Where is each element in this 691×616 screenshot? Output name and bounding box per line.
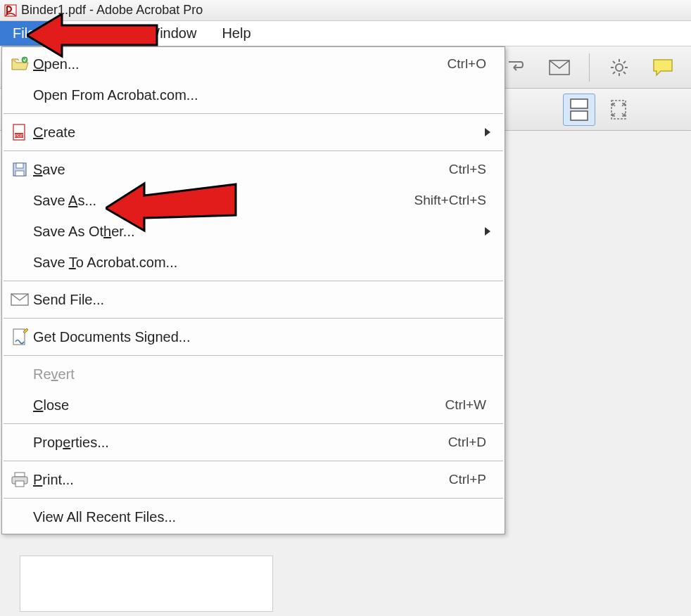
menu-separator xyxy=(4,318,503,319)
printer-icon xyxy=(6,471,33,488)
svg-rect-20 xyxy=(15,171,24,176)
menu-separator xyxy=(4,113,503,114)
titlebar: Binder1.pdf - Adobe Acrobat Pro xyxy=(0,0,691,21)
svg-line-10 xyxy=(623,61,626,63)
toolbar-separator xyxy=(589,53,590,82)
menu-save[interactable]: Save Ctrl+S xyxy=(2,154,505,185)
menu-print-shortcut: Ctrl+P xyxy=(449,472,495,487)
menu-separator xyxy=(4,355,503,356)
menu-save-as-other-label: Save As Other... xyxy=(33,224,485,240)
fit-page-icon[interactable] xyxy=(602,94,635,126)
menu-separator xyxy=(4,150,503,151)
svg-line-7 xyxy=(613,61,615,63)
menu-print[interactable]: Print... Ctrl+P xyxy=(2,464,505,495)
submenu-arrow-icon xyxy=(485,128,490,136)
svg-rect-23 xyxy=(15,473,25,477)
svg-rect-19 xyxy=(16,163,23,168)
svg-text:PDF: PDF xyxy=(15,134,23,138)
menu-create[interactable]: PDF Create xyxy=(2,117,505,148)
menu-print-label: Print... xyxy=(33,472,449,488)
menu-open-label: Open... xyxy=(33,56,448,72)
sign-document-icon xyxy=(6,328,33,346)
menu-open[interactable]: Open... Ctrl+O xyxy=(2,49,505,79)
folder-open-icon xyxy=(6,56,33,72)
document-thumbnail xyxy=(20,556,273,612)
menu-save-to-label: Save To Acrobat.com... xyxy=(33,255,495,271)
menu-save-as-shortcut: Shift+Ctrl+S xyxy=(414,193,495,208)
menu-view-partial[interactable]: ew xyxy=(91,21,134,46)
mail-icon xyxy=(6,293,33,306)
menu-get-signed[interactable]: Get Documents Signed... xyxy=(2,321,505,352)
save-disk-icon xyxy=(6,161,33,178)
app-icon xyxy=(4,4,17,17)
menu-view-recent[interactable]: View All Recent Files... xyxy=(2,501,505,532)
menu-help[interactable]: Help xyxy=(209,21,263,46)
svg-rect-12 xyxy=(571,111,588,120)
svg-rect-11 xyxy=(571,99,588,108)
menu-save-as[interactable]: Save As... Shift+Ctrl+S xyxy=(2,185,505,216)
menu-save-as-label: Save As... xyxy=(33,193,414,209)
menu-create-label: Create xyxy=(33,124,485,141)
file-menu-dropdown: Open... Ctrl+O Open From Acrobat.com... … xyxy=(1,46,505,534)
menu-revert: Revert xyxy=(2,359,505,390)
mail-icon[interactable] xyxy=(545,53,573,82)
menu-separator xyxy=(4,423,503,424)
svg-line-8 xyxy=(623,72,626,74)
menu-revert-label: Revert xyxy=(33,366,495,383)
create-pdf-icon: PDF xyxy=(6,123,33,141)
menu-get-signed-label: Get Documents Signed... xyxy=(33,329,495,345)
menu-close[interactable]: Close Ctrl+W xyxy=(2,390,505,421)
window-title: Binder1.pdf - Adobe Acrobat Pro xyxy=(21,3,203,18)
menu-separator xyxy=(4,461,503,461)
menu-send-file[interactable]: Send File... xyxy=(2,284,505,315)
menu-save-as-other[interactable]: Save As Other... xyxy=(2,216,505,247)
menu-separator xyxy=(4,281,503,281)
page-view-icon[interactable] xyxy=(563,94,595,126)
svg-line-9 xyxy=(613,72,615,74)
menu-close-label: Close xyxy=(33,397,445,413)
toolbar-unknown-icon[interactable] xyxy=(502,53,530,82)
svg-rect-25 xyxy=(15,481,24,487)
menu-save-to-acrobat[interactable]: Save To Acrobat.com... xyxy=(2,247,505,278)
menu-save-label: Save xyxy=(33,162,449,178)
menu-open-shortcut: Ctrl+O xyxy=(448,56,495,72)
menubar: File Edit ew Window Help xyxy=(0,21,691,46)
submenu-arrow-icon xyxy=(485,227,490,236)
menu-close-shortcut: Ctrl+W xyxy=(445,397,495,413)
menu-view-recent-label: View All Recent Files... xyxy=(33,509,495,525)
menu-save-shortcut: Ctrl+S xyxy=(449,162,495,177)
menu-properties-label: Properties... xyxy=(33,435,448,451)
gear-icon[interactable] xyxy=(605,53,633,82)
menu-properties[interactable]: Properties... Ctrl+D xyxy=(2,427,505,458)
menu-properties-shortcut: Ctrl+D xyxy=(448,435,495,450)
menu-file[interactable]: File xyxy=(0,21,48,46)
menu-window[interactable]: Window xyxy=(134,21,209,46)
menu-separator xyxy=(4,498,503,499)
svg-point-2 xyxy=(616,64,623,71)
menu-open-from-acrobat[interactable]: Open From Acrobat.com... xyxy=(2,79,505,110)
menu-send-file-label: Send File... xyxy=(33,292,495,308)
menu-open-from-label: Open From Acrobat.com... xyxy=(33,87,495,103)
comment-icon[interactable] xyxy=(649,53,677,82)
